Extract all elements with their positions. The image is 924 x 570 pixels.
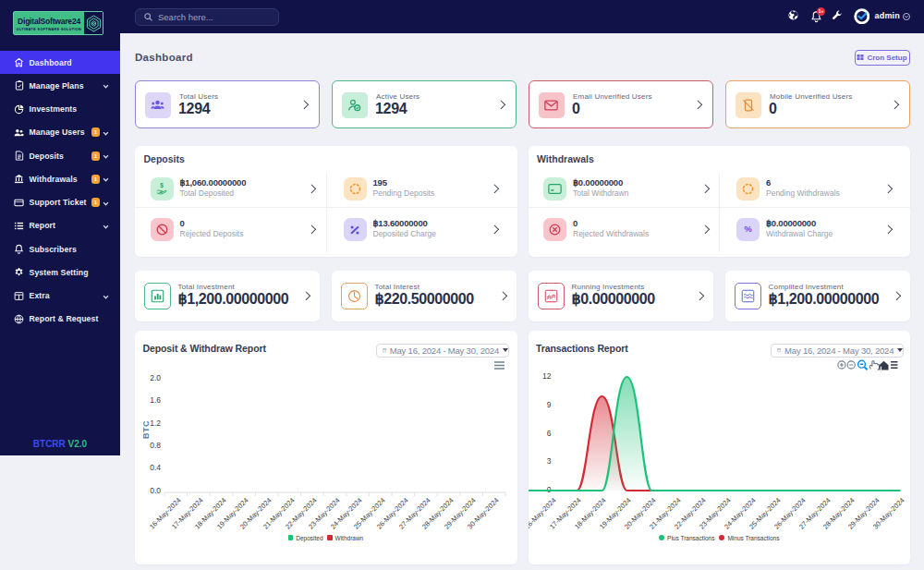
- svg-text:%: %: [744, 224, 751, 234]
- svg-text:$: $: [160, 182, 164, 189]
